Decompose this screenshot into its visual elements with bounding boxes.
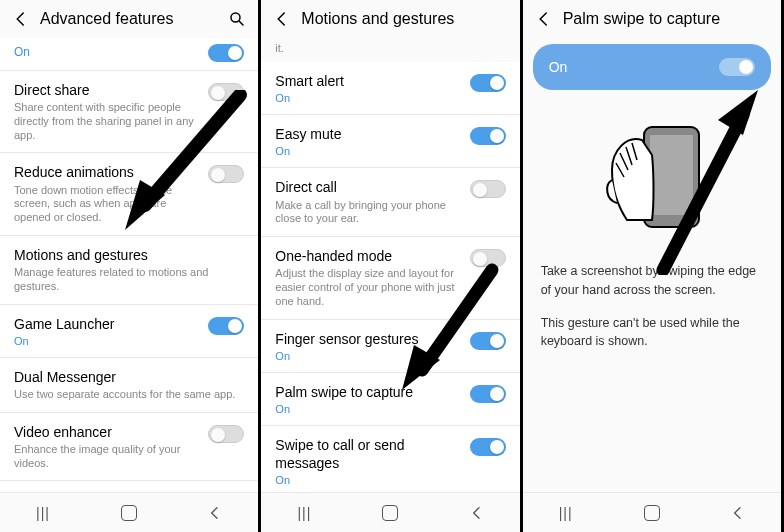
setting-row[interactable]: Smart alertOn <box>261 62 519 115</box>
row-sub: Enhance the image quality of your videos… <box>14 443 200 471</box>
row-state: On <box>275 92 461 104</box>
nav-back-icon[interactable] <box>467 503 487 523</box>
setting-row[interactable]: Direct callMake a call by bringing your … <box>261 168 519 237</box>
panel-advanced-features: Advanced features On Direct shareShare c… <box>0 0 261 532</box>
toggle-switch[interactable] <box>470 180 506 198</box>
nav-recent-icon[interactable]: ||| <box>556 503 576 523</box>
banner-label: On <box>549 59 568 75</box>
nav-back-icon[interactable] <box>205 503 225 523</box>
setting-row[interactable]: Swipe to call or send messagesOn <box>261 426 519 492</box>
back-icon[interactable] <box>273 10 291 28</box>
nav-home-icon[interactable] <box>119 503 139 523</box>
setting-row[interactable]: Game LauncherOn <box>0 305 258 358</box>
row-state: On <box>275 403 461 415</box>
toggle-switch[interactable] <box>208 44 244 62</box>
toggle-switch[interactable] <box>470 249 506 267</box>
nav-recent-icon[interactable]: ||| <box>294 503 314 523</box>
header-title: Advanced features <box>40 10 228 28</box>
setting-row[interactable]: Reduce animationsTone down motion effect… <box>0 153 258 235</box>
setting-row[interactable]: Direct shareShare content with specific … <box>0 71 258 153</box>
row-title: One-handed mode <box>275 247 461 265</box>
master-toggle-banner[interactable]: On <box>533 44 771 90</box>
panel-palm-swipe: Palm swipe to capture On Take a screensh… <box>523 0 784 532</box>
toggle-switch[interactable] <box>208 425 244 443</box>
toggle-switch[interactable] <box>470 127 506 145</box>
gesture-illustration <box>523 100 781 250</box>
setting-row[interactable]: Motions and gesturesManage features rela… <box>0 236 258 305</box>
header: Palm swipe to capture <box>523 0 781 38</box>
panel-motions-gestures: Motions and gestures it. Smart alertOnEa… <box>261 0 522 532</box>
top-toggle-row[interactable]: On <box>0 38 258 71</box>
svg-point-0 <box>231 13 240 22</box>
nav-home-icon[interactable] <box>642 503 662 523</box>
toggle-switch[interactable] <box>470 438 506 456</box>
row-sub: Make a call by bringing your phone close… <box>275 199 461 227</box>
row-title: Dual Messenger <box>14 368 236 386</box>
setting-row[interactable]: One-handed modeAdjust the display size a… <box>261 237 519 319</box>
row-title: Smart alert <box>275 72 461 90</box>
row-title: Direct call <box>275 178 461 196</box>
search-icon[interactable] <box>228 10 246 28</box>
row-title: Swipe to call or send messages <box>275 436 461 472</box>
row-state: On <box>275 350 461 362</box>
header-title: Motions and gestures <box>301 10 507 28</box>
desc-line-1: Take a screenshot by swiping the edge of… <box>541 262 763 300</box>
header: Motions and gestures <box>261 0 519 38</box>
setting-row[interactable]: Video enhancerEnhance the image quality … <box>0 413 258 482</box>
row-sub: Tone down motion effects on the screen, … <box>14 184 200 225</box>
setting-row[interactable]: Palm swipe to captureOn <box>261 373 519 426</box>
state-label: On <box>14 45 30 59</box>
nav-home-icon[interactable] <box>380 503 400 523</box>
row-title: Palm swipe to capture <box>275 383 461 401</box>
svg-rect-4 <box>650 135 693 215</box>
nav-bar: ||| <box>523 492 781 532</box>
row-state: On <box>275 145 461 157</box>
setting-row[interactable]: Easy muteOn <box>261 115 519 168</box>
row-sub: Share content with specific people direc… <box>14 101 200 142</box>
settings-list: On Direct shareShare content with specif… <box>0 38 258 492</box>
row-title: Video enhancer <box>14 423 200 441</box>
row-sub: Use two separate accounts for the same a… <box>14 388 236 402</box>
desc-line-2: This gesture can't be used while the key… <box>541 314 763 352</box>
row-state: On <box>275 474 461 486</box>
row-sub: Manage features related to motions and g… <box>14 266 236 294</box>
row-sub: Adjust the display size and layout for e… <box>275 267 461 308</box>
setting-row[interactable]: Send SOS messagesOff <box>0 481 258 492</box>
row-title: Finger sensor gestures <box>275 330 461 348</box>
toggle-switch[interactable] <box>208 83 244 101</box>
toggle-switch[interactable] <box>470 385 506 403</box>
truncated-text: it. <box>261 38 519 62</box>
description: Take a screenshot by swiping the edge of… <box>523 250 781 377</box>
row-title: Reduce animations <box>14 163 200 181</box>
back-icon[interactable] <box>12 10 30 28</box>
toggle-switch[interactable] <box>208 165 244 183</box>
nav-bar: ||| <box>0 492 258 532</box>
toggle-switch[interactable] <box>719 58 755 76</box>
nav-bar: ||| <box>261 492 519 532</box>
toggle-switch[interactable] <box>208 317 244 335</box>
settings-list: it. Smart alertOnEasy muteOnDirect callM… <box>261 38 519 492</box>
back-icon[interactable] <box>535 10 553 28</box>
header: Advanced features <box>0 0 258 38</box>
nav-recent-icon[interactable]: ||| <box>33 503 53 523</box>
content: On Take a screenshot by swiping the edge… <box>523 38 781 492</box>
row-title: Motions and gestures <box>14 246 236 264</box>
header-title: Palm swipe to capture <box>563 10 769 28</box>
row-title: Direct share <box>14 81 200 99</box>
row-title: Game Launcher <box>14 315 200 333</box>
row-state: On <box>14 335 200 347</box>
row-title: Easy mute <box>275 125 461 143</box>
toggle-switch[interactable] <box>470 74 506 92</box>
toggle-switch[interactable] <box>470 332 506 350</box>
setting-row[interactable]: Dual MessengerUse two separate accounts … <box>0 358 258 413</box>
nav-back-icon[interactable] <box>728 503 748 523</box>
setting-row[interactable]: Finger sensor gesturesOn <box>261 320 519 373</box>
